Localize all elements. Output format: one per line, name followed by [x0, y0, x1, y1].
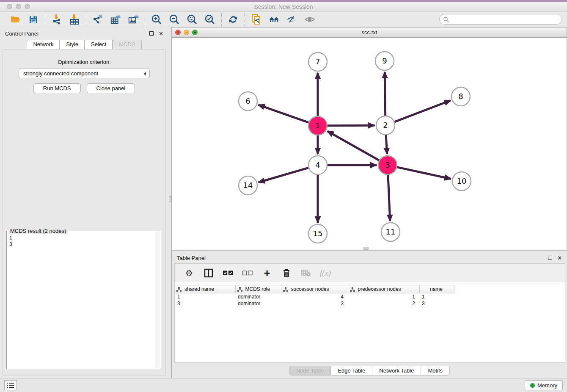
svg-text:14: 14: [243, 181, 253, 190]
show-all-windows-icon[interactable]: [269, 14, 280, 25]
memory-status-dot: [530, 383, 535, 388]
node-2[interactable]: 2: [376, 116, 395, 135]
tab-mcds[interactable]: MCDS: [113, 40, 141, 49]
network-graph: 7968124314101511: [172, 38, 566, 250]
delete-table-icon[interactable]: [301, 268, 311, 278]
duplicate-network-icon[interactable]: [251, 14, 262, 25]
panel-splitter[interactable]: [168, 27, 172, 378]
table-toolbar: ⚙ + f(x): [175, 264, 565, 282]
search-input[interactable]: [449, 15, 561, 24]
table-row[interactable]: 1dominator411: [175, 293, 454, 300]
column-header-predecessor-nodes[interactable]: predecessor nodes: [348, 285, 419, 293]
export-table-icon[interactable]: [110, 14, 121, 25]
svg-text:4: 4: [315, 160, 320, 169]
hide-panel-eye-slash-icon[interactable]: [286, 14, 297, 25]
status-bar: Memory: [0, 378, 567, 392]
node-1[interactable]: 1: [308, 116, 327, 135]
close-panel-button[interactable]: Close panel: [87, 83, 135, 93]
close-panel-icon[interactable]: ✕: [159, 30, 163, 37]
select-all-rows-icon[interactable]: [223, 268, 233, 278]
task-history-button[interactable]: [4, 380, 17, 390]
canvas-scrollbar-handle[interactable]: [363, 247, 369, 250]
edge-2-8[interactable]: [394, 100, 450, 122]
float-panel-icon[interactable]: [149, 31, 154, 36]
node-8[interactable]: 8: [451, 87, 470, 106]
table-cell: 1: [348, 293, 419, 300]
app-titlebar: Session: New Session: [0, 2, 567, 12]
dropdown-selected-value: strongly connected component: [23, 70, 98, 77]
column-header-shared-name[interactable]: shared name: [175, 285, 235, 293]
run-mcds-button[interactable]: Run MCDS: [33, 83, 81, 93]
node-7[interactable]: 7: [308, 52, 327, 71]
mcds-result-title: MCDS result (2 nodes): [8, 228, 68, 234]
tab-network-table[interactable]: Network Table: [372, 366, 421, 375]
zoom-selected-icon[interactable]: [204, 14, 215, 25]
edge-2-3[interactable]: [386, 135, 387, 154]
edge-1-6[interactable]: [259, 105, 309, 123]
tab-edge-table[interactable]: Edge Table: [331, 366, 372, 375]
export-image-icon[interactable]: [128, 14, 139, 25]
edge-1-2[interactable]: [328, 125, 374, 126]
function-builder-icon[interactable]: f(x): [320, 268, 330, 278]
network-window-titlebar[interactable]: ✕ − + scc.txt: [172, 27, 567, 38]
dropdown-stepper-icon: ▲▼: [143, 72, 147, 76]
node-9[interactable]: 9: [375, 52, 394, 70]
import-network-icon[interactable]: [51, 14, 62, 25]
node-10[interactable]: 10: [452, 172, 471, 190]
svg-text:7: 7: [315, 57, 320, 66]
open-session-icon[interactable]: [10, 14, 21, 25]
memory-button[interactable]: Memory: [525, 380, 563, 390]
result-scrollbar[interactable]: [155, 232, 160, 368]
column-label: predecessor nodes: [358, 286, 401, 292]
zoom-in-icon[interactable]: [151, 14, 162, 25]
deselect-all-rows-icon[interactable]: [242, 268, 253, 278]
column-header-name[interactable]: name: [419, 285, 454, 293]
control-panel-tabs: Network Style Select MCDS: [0, 40, 168, 49]
refresh-layout-icon[interactable]: [228, 14, 239, 25]
save-session-icon[interactable]: [28, 14, 39, 25]
column-visibility-icon[interactable]: [204, 268, 214, 278]
svg-text:8: 8: [458, 92, 463, 101]
splitter-handle[interactable]: [169, 196, 171, 202]
table-settings-gear-icon[interactable]: ⚙: [184, 268, 194, 278]
tab-motifs[interactable]: Motifs: [421, 366, 450, 375]
export-network-icon[interactable]: [92, 14, 103, 25]
edge-2-9[interactable]: [385, 72, 385, 116]
edge-3-11[interactable]: [388, 175, 390, 221]
close-table-panel-icon[interactable]: ✕: [557, 255, 562, 261]
edge-3-1[interactable]: [328, 131, 379, 160]
svg-text:2: 2: [383, 121, 388, 130]
search-box: [439, 14, 562, 25]
optimization-criterion-select[interactable]: strongly connected component ▲▼: [19, 69, 150, 78]
table-row[interactable]: 3dominator323: [175, 300, 454, 307]
column-header-successor-nodes[interactable]: successor nodes: [281, 285, 348, 293]
table-cell: 3: [175, 300, 235, 307]
edge-3-10[interactable]: [397, 167, 451, 179]
node-4[interactable]: 4: [308, 156, 327, 174]
tab-style[interactable]: Style: [60, 40, 85, 49]
control-panel-title: Control Panel: [5, 30, 39, 37]
node-11[interactable]: 11: [381, 223, 400, 241]
zoom-out-icon[interactable]: [169, 14, 180, 25]
delete-column-icon[interactable]: [281, 268, 292, 278]
node-14[interactable]: 14: [239, 176, 257, 195]
import-table-icon[interactable]: [69, 14, 80, 25]
node-15[interactable]: 15: [308, 224, 327, 243]
memory-label: Memory: [537, 382, 557, 389]
float-table-panel-icon[interactable]: [548, 256, 552, 260]
show-panel-eye-icon[interactable]: [304, 14, 315, 25]
table-panel-title: Table Panel: [177, 255, 206, 261]
tab-select[interactable]: Select: [85, 40, 113, 49]
network-canvas[interactable]: 7968124314101511: [172, 38, 567, 251]
zoom-fit-icon[interactable]: [187, 14, 198, 25]
node-6[interactable]: 6: [239, 92, 257, 110]
node-3[interactable]: 3: [378, 156, 397, 174]
table-cell: 2: [348, 300, 419, 307]
tab-node-table[interactable]: Node Table: [289, 366, 331, 375]
add-column-icon[interactable]: +: [262, 268, 272, 278]
column-type-icon: [283, 287, 289, 292]
edge-4-14[interactable]: [259, 168, 308, 182]
tab-network[interactable]: Network: [27, 40, 60, 49]
table-cell: 3: [419, 300, 454, 307]
column-header-MCDS-role[interactable]: MCDS role: [235, 285, 281, 293]
